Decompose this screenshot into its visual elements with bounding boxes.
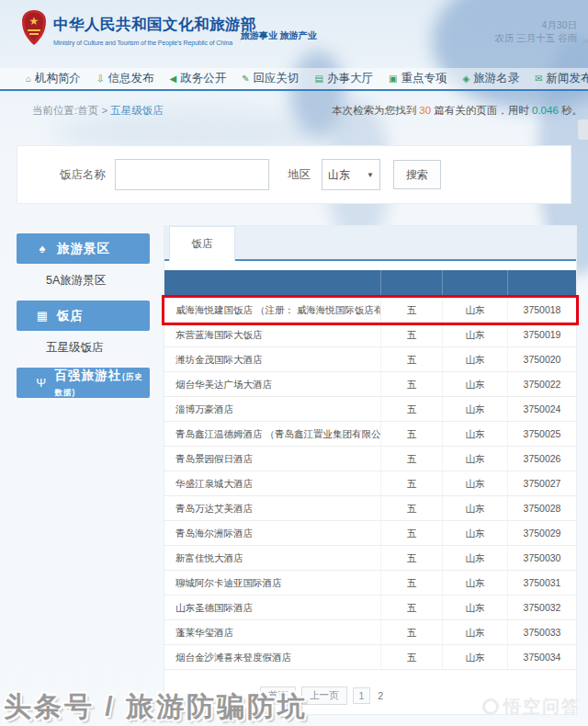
table-row: 烟台金沙滩喜来登度假酒店 五 山东 3750034 xyxy=(164,645,576,670)
sidebar-item[interactable]: ▦ 饭店 xyxy=(17,301,150,331)
hotel-name-cell: 新富佳悦大酒店 xyxy=(164,546,380,570)
nav-item[interactable]: ◀ 政务公开 xyxy=(169,71,226,86)
star-rating-cell: 五 xyxy=(380,422,442,446)
hotel-name-input[interactable] xyxy=(115,159,269,190)
main-nav: ⌂ 机构简介 ⇩ 信息发布 ◀ 政务公开 ✎ 回应关切 ▤ 办事大厅 ▣ 重点专… xyxy=(0,68,588,91)
hotels-table: 威海海悦建国饭店 （注册： 威海海悦国际饭店有限公司） 五 山东 3750018… xyxy=(164,270,576,670)
result-count: 30 xyxy=(419,105,431,116)
national-emblem-icon: ★ xyxy=(22,10,46,45)
page: ★ 中华人民共和国文化和旅游部 Ministry of Culture and … xyxy=(0,0,588,726)
nav-item-label: 办事大厅 xyxy=(327,71,373,86)
search-result-stats: 本次检索为您找到 30 篇有关的页面，用时 0.046 秒。 xyxy=(332,104,582,118)
table-header-cell xyxy=(507,270,576,298)
code-cell: 3750032 xyxy=(507,596,576,619)
chevron-down-icon: ▼ xyxy=(367,171,374,179)
table-row: 蓬莱华玺酒店 五 山东 3750033 xyxy=(164,620,576,645)
tab-hotels[interactable]: 饭店 xyxy=(169,226,235,261)
region-cell: 山东 xyxy=(442,521,507,545)
star-rating-cell: 五 xyxy=(380,397,442,421)
region-select[interactable]: 山东 ▼ xyxy=(322,159,380,190)
lunar-date-text: 农历 三月十五 谷雨 xyxy=(494,31,577,44)
region-cell: 山东 xyxy=(442,323,507,346)
sidebar-item-label: 饭店 xyxy=(57,309,84,323)
star-rating-cell: 五 xyxy=(380,571,442,595)
code-cell: 3750026 xyxy=(507,447,576,471)
hotel-name-cell: 聊城阿尔卡迪亚国际酒店 xyxy=(164,571,380,595)
region-cell: 山东 xyxy=(442,571,507,595)
sidebar-item-label: 旅游景区 xyxy=(57,242,110,255)
hotel-name-cell: 山东圣德国际酒店 xyxy=(164,596,380,619)
thumbs-up-icon: ◈ xyxy=(462,74,469,84)
site-header: ★ 中华人民共和国文化和旅游部 Ministry of Culture and … xyxy=(0,0,588,70)
sidebar-item[interactable]: 5A旅游景区 xyxy=(17,264,150,297)
code-cell: 3750020 xyxy=(507,347,576,371)
sidebar-item[interactable]: 五星级饭店 xyxy=(17,331,150,364)
table-row: 山东圣德国际酒店 五 山东 3750032 xyxy=(164,596,576,620)
results-panel: 饭店 威海海悦建国饭店 （注册： 威海海悦国际饭店有限公司） 五 山东 3750… xyxy=(164,225,577,715)
pagination-prev-button[interactable]: 上一页 xyxy=(301,686,347,705)
nav-item[interactable]: ▤ 办事大厅 xyxy=(315,71,373,86)
hotel-name-label: 饭店名称 xyxy=(60,167,106,183)
sidebar-item[interactable]: Ψ 百强旅游社(历史数据) xyxy=(17,368,150,398)
hotel-name-cell: 淄博万豪酒店 xyxy=(164,397,380,421)
nav-item-label: 政务公开 xyxy=(180,71,226,86)
building-icon: ▤ xyxy=(315,74,323,84)
code-cell: 3750018 xyxy=(507,298,576,322)
nav-item[interactable]: ✎ 回应关切 xyxy=(242,71,299,86)
edit-icon: ✎ xyxy=(242,74,249,84)
hotel-name-cell: 青岛景园假日酒店 xyxy=(164,447,380,471)
watermark-toutiao: 头条号 / 旅游防骗防坑 xyxy=(4,688,308,726)
region-cell: 山东 xyxy=(442,372,507,396)
nav-item[interactable]: ✉ 新闻发布会 xyxy=(535,71,588,86)
side-float-widget[interactable] xyxy=(578,119,588,140)
hotel-name-cell: 青岛海尔洲际酒店 xyxy=(164,521,380,545)
table-row: 聊城阿尔卡迪亚国际酒店 五 山东 3750031 xyxy=(164,571,576,596)
region-cell: 山东 xyxy=(442,298,507,322)
table-row: 东营蓝海国际大饭店 五 山东 3750019 xyxy=(164,323,576,347)
site-title: 中华人民共和国文化和旅游部 xyxy=(53,15,256,35)
table-row: 青岛海尔洲际酒店 五 山东 3750029 xyxy=(164,521,576,546)
sidebar-item-label: 五星级饭店 xyxy=(46,341,104,354)
sidebar: ♠ 旅游景区 5A旅游景区 ▦ 饭店 五星级饭店 Ψ 百强旅游社(历史数据) xyxy=(17,230,150,398)
hotel-name-cell: 青岛鑫江温德姆酒店 （青岛鑫江置业集团有限公司鑫江花 xyxy=(164,422,380,446)
region-select-value: 山东 xyxy=(328,167,350,183)
pagination-page-1[interactable]: 1 xyxy=(353,687,371,704)
sidebar-item[interactable]: ♠ 旅游景区 xyxy=(17,233,150,264)
code-cell: 3750034 xyxy=(507,645,576,669)
pagination-page-2[interactable]: 2 xyxy=(376,688,385,703)
date-widget: 4月30日 农历 三月十五 谷雨 xyxy=(494,18,577,44)
nav-item[interactable]: ◈ 旅游名录 xyxy=(462,71,519,86)
table-row: 淄博万豪酒店 五 山东 3750024 xyxy=(164,397,576,422)
nav-item-label: 新闻发布会 xyxy=(547,71,588,86)
code-cell: 3750019 xyxy=(507,323,576,346)
nav-item-label: 旅游名录 xyxy=(473,71,519,86)
nav-item-label: 机构简介 xyxy=(35,71,81,86)
nav-item[interactable]: ⌂ 机构简介 xyxy=(26,71,81,86)
camera-icon: ▣ xyxy=(389,74,397,84)
star-rating-cell: 五 xyxy=(380,620,442,644)
download-icon: ⇩ xyxy=(96,74,104,84)
table-header-cell xyxy=(164,270,380,298)
code-cell: 3750031 xyxy=(507,571,576,595)
code-cell: 3750029 xyxy=(507,521,576,545)
search-button[interactable]: 搜索 xyxy=(393,160,441,189)
hotel-name-cell: 潍坊金茂国际大酒店 xyxy=(164,347,380,371)
region-cell: 山东 xyxy=(442,347,507,371)
region-cell: 山东 xyxy=(442,496,507,520)
nav-item-label: 信息发布 xyxy=(107,71,153,86)
hotel-name-cell: 威海海悦建国饭店 （注册： 威海海悦国际饭店有限公司） xyxy=(164,298,380,322)
hotel-icon: ▦ xyxy=(33,309,51,323)
table-header-cell xyxy=(380,270,442,298)
table-row: 新富佳悦大酒店 五 山东 3750030 xyxy=(164,546,576,571)
nav-item[interactable]: ▣ 重点专项 xyxy=(389,71,447,86)
watermark-wukong: 悟空问答 xyxy=(482,695,581,719)
table-header-row xyxy=(164,270,576,298)
breadcrumb-current-link[interactable]: 五星级饭店 xyxy=(110,105,164,116)
code-cell: 3750027 xyxy=(507,471,576,495)
star-rating-cell: 五 xyxy=(380,298,442,322)
date-text: 4月30日 xyxy=(494,18,577,31)
nav-item[interactable]: ⇩ 信息发布 xyxy=(96,71,153,86)
wukong-logo-icon xyxy=(482,698,499,715)
hotel-name-cell: 烟台金沙滩喜来登度假酒店 xyxy=(164,645,380,669)
site-subtitle-en: Ministry of Culture and Tourism of the P… xyxy=(53,40,256,46)
